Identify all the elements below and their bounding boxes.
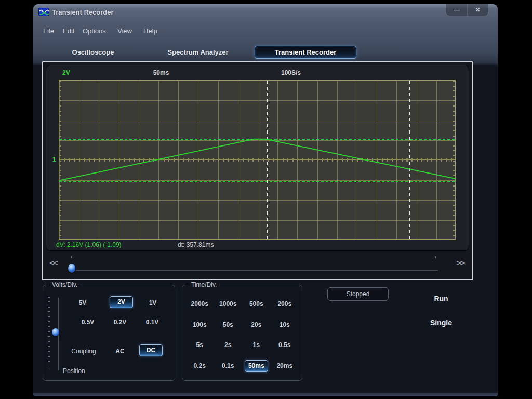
window-top-section: Transient Recorder — ✕ File Edit Options… bbox=[33, 4, 498, 65]
minimize-button[interactable]: — bbox=[446, 4, 467, 16]
window-bottom-edge bbox=[33, 393, 498, 396]
volts-option-1v[interactable]: 1V bbox=[142, 299, 163, 307]
scope-time-per-div-label: 50ms bbox=[140, 69, 182, 76]
position-slider-thumb[interactable] bbox=[52, 328, 59, 336]
time-option-50s[interactable]: 50s bbox=[223, 321, 233, 328]
channel-1-marker: 1 bbox=[52, 156, 56, 163]
menu-options[interactable]: Options bbox=[83, 27, 106, 35]
time-option-20s[interactable]: 20s bbox=[251, 321, 261, 328]
status-indicator: Stopped bbox=[327, 287, 389, 301]
menu-help[interactable]: Help bbox=[143, 27, 157, 35]
dt-readout: dt: 357.81ms bbox=[178, 241, 214, 248]
position-slider-ticks bbox=[48, 297, 50, 366]
scroll-tick-left bbox=[71, 256, 72, 258]
coupling-option-ac[interactable]: AC bbox=[110, 348, 130, 355]
time-option-50ms-pill[interactable]: 50ms bbox=[245, 360, 268, 372]
position-label: Position bbox=[63, 367, 85, 375]
run-button[interactable]: Run bbox=[420, 295, 462, 303]
time-option-10s[interactable]: 10s bbox=[280, 321, 290, 328]
time-div-title: Time/Div. bbox=[189, 281, 219, 288]
scope-sample-rate-label: 100S/s bbox=[270, 69, 312, 76]
app-waveform-icon bbox=[38, 8, 49, 16]
time-option-1s[interactable]: 1s bbox=[253, 341, 260, 349]
scroll-tick-right bbox=[435, 256, 436, 258]
window-title: Transient Recorder bbox=[52, 8, 114, 16]
coupling-label: Coupling bbox=[68, 348, 99, 355]
time-option-5s[interactable]: 5s bbox=[196, 341, 203, 349]
tab-oscilloscope[interactable]: Oscilloscope bbox=[61, 48, 125, 56]
time-div-group: Time/Div. 2000s 1000s 500s 200s 100s 50s… bbox=[182, 285, 302, 381]
time-option-500s[interactable]: 500s bbox=[249, 300, 263, 308]
tab-transient-recorder[interactable]: Transient Recorder bbox=[255, 46, 356, 59]
volts-option-5v[interactable]: 5V bbox=[72, 299, 93, 307]
volts-option-0.5v[interactable]: 0.5V bbox=[77, 318, 98, 326]
close-button[interactable]: ✕ bbox=[467, 4, 488, 16]
time-option-20ms[interactable]: 20ms bbox=[276, 362, 292, 369]
time-option-200s[interactable]: 200s bbox=[277, 300, 291, 308]
time-div-options: 2000s 1000s 500s 200s 100s 50s 20s 10s 5… bbox=[185, 294, 299, 376]
dv-readout: dV: 2.16V (1.06) (-1.09) bbox=[56, 241, 122, 248]
scroll-track[interactable] bbox=[76, 270, 438, 271]
menu-view[interactable]: View bbox=[117, 27, 132, 35]
scope-volts-per-div-label: 2V bbox=[62, 69, 70, 76]
scroll-left-button[interactable]: << bbox=[49, 259, 57, 268]
menu-file[interactable]: File bbox=[43, 27, 54, 35]
time-option-2000s[interactable]: 2000s bbox=[191, 300, 208, 308]
scope-panel: 2V 50ms 100S/s 1 dV: 2.16V (1.06) (-1.09… bbox=[42, 61, 473, 280]
scroll-right-button[interactable]: >> bbox=[456, 259, 464, 268]
time-option-100s[interactable]: 100s bbox=[193, 321, 207, 328]
volts-option-2v-selected[interactable]: 2V bbox=[110, 296, 133, 308]
app-window: Transient Recorder — ✕ File Edit Options… bbox=[33, 4, 498, 396]
time-option-50ms-selected[interactable]: 50ms bbox=[245, 360, 268, 372]
time-option-1000s[interactable]: 1000s bbox=[219, 300, 236, 308]
volts-div-title: Volts/Div. bbox=[49, 281, 80, 288]
time-option-0.1s[interactable]: 0.1s bbox=[222, 362, 234, 369]
volts-option-0.2v[interactable]: 0.2V bbox=[110, 318, 130, 326]
volts-option-0.1v[interactable]: 0.1V bbox=[142, 318, 163, 326]
window-controls: — ✕ bbox=[446, 4, 488, 16]
time-option-0.2s[interactable]: 0.2s bbox=[194, 362, 206, 369]
time-option-0.5s[interactable]: 0.5s bbox=[278, 341, 290, 349]
menu-edit[interactable]: Edit bbox=[63, 27, 74, 35]
time-option-2s[interactable]: 2s bbox=[224, 341, 231, 349]
volts-div-group: Volts/Div. Position 5V 2V 1V 0.5V 0.2V 0… bbox=[43, 285, 175, 381]
scroll-thumb[interactable] bbox=[68, 264, 75, 273]
title-bar[interactable]: Transient Recorder — ✕ bbox=[33, 4, 498, 20]
coupling-option-dc-selected[interactable]: DC bbox=[139, 344, 163, 356]
single-button[interactable]: Single bbox=[420, 318, 462, 327]
signal-trace bbox=[59, 81, 456, 240]
scope-graticule[interactable]: 1 bbox=[59, 80, 456, 240]
tab-spectrum-analyzer[interactable]: Spectrum Analyzer bbox=[156, 48, 240, 56]
